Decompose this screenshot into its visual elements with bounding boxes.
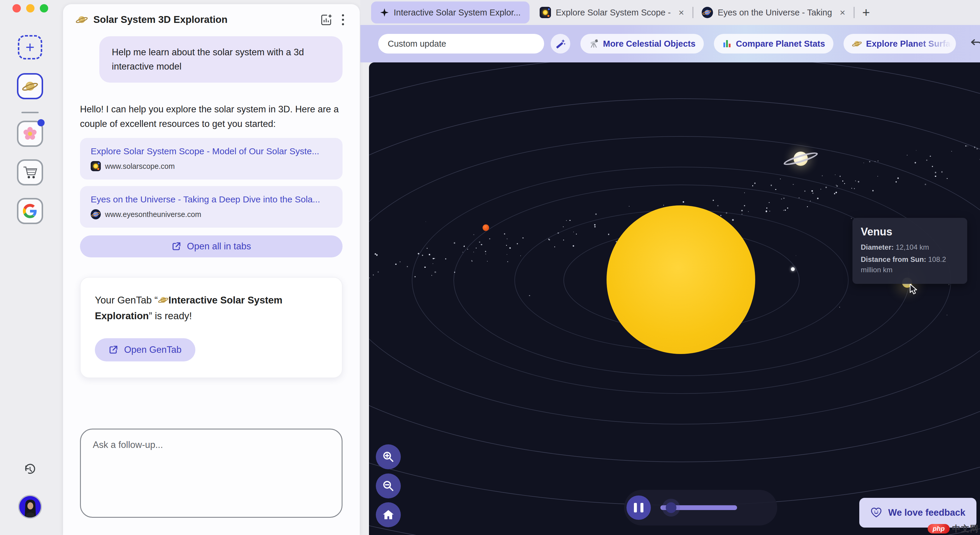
chat-menu-icon[interactable] [338,14,347,25]
new-space-button[interactable]: + [18,35,42,59]
star [872,190,874,191]
magic-wand-button[interactable] [550,34,570,54]
star [754,183,756,184]
user-avatar[interactable] [18,495,42,519]
chip-label: Compare Planet Stats [736,39,825,49]
star [951,151,952,152]
open-all-label: Open all in tabs [187,241,251,252]
close-tab-icon[interactable]: × [840,7,845,18]
star [896,181,897,183]
sparkle-icon [380,8,389,17]
zoom-in-button[interactable] [376,445,401,469]
star [732,219,733,221]
sidebar-item-google[interactable] [17,198,43,224]
user-message-bubble: Help me learn about the solar system wit… [99,36,342,83]
star [429,254,430,255]
heart-smile-icon [870,507,882,519]
watermark-text: 中文网 [952,523,979,534]
link-card-solarscope[interactable]: Explore Solar System Scope - Model of Ou… [80,138,342,179]
sidebar-item-shopping[interactable] [17,159,43,186]
open-gentab-label: Open GenTab [124,344,181,355]
star [509,247,511,249]
tooltip-row: Diameter: 12,104 km [861,242,959,252]
link-title[interactable]: Eyes on the Universe - Taking a Deep Div… [91,194,332,205]
history-icon[interactable] [24,463,37,476]
tab-separator [692,7,694,18]
sidebar-item-flower[interactable] [17,121,43,147]
external-link-icon [108,345,118,355]
open-gentab-button[interactable]: Open GenTab [95,338,195,362]
open-all-in-tabs-button[interactable]: Open all in tabs [80,235,342,257]
star [965,145,967,147]
star [506,245,507,246]
star [570,220,570,221]
sidebar-item-solar-system[interactable] [17,73,43,99]
zoom-out-button[interactable] [376,473,401,498]
zoom-window-button[interactable] [40,4,48,13]
assistant-message: Hello! I can help you explore the solar … [80,102,342,131]
star [489,238,490,239]
cherry-blossom-icon [22,126,38,141]
link-title[interactable]: Explore Solar System Scope - Model of Ou… [91,146,332,156]
star [851,218,852,219]
chip-more-celestial-objects[interactable]: More Celestial Objects [581,34,704,54]
star [854,188,854,189]
star [926,160,928,161]
undo-icon[interactable] [969,36,980,51]
star [433,258,434,259]
link-card-eyesontheuniverse[interactable]: Eyes on the Universe - Taking a Deep Div… [80,186,342,228]
planet-sun[interactable] [606,205,755,354]
tab-title: Explore Solar System Scope - [556,8,671,17]
star [780,179,781,179]
star [781,198,782,199]
star [770,211,770,211]
tab-eyes-on-universe[interactable]: Eyes on the Universe - Taking × [696,0,851,25]
eyesontheuniverse-favicon [91,209,101,219]
close-window-button[interactable] [13,4,21,13]
solar-system-canvas[interactable]: Venus Diameter: 12,104 km Distance from … [369,62,980,535]
star [473,234,474,235]
star [765,210,767,212]
home-view-button[interactable] [376,502,401,527]
playback-bar [624,490,777,525]
planet-saturn[interactable] [781,140,820,178]
google-logo-icon [23,204,37,218]
star [594,226,595,227]
followup-input[interactable] [80,429,342,518]
minimize-window-button[interactable] [26,4,35,13]
star [549,239,550,240]
planet-mars[interactable] [482,224,489,231]
new-tab-button[interactable]: + [862,6,870,19]
speed-slider[interactable] [660,505,737,510]
star [563,240,564,240]
star [422,255,423,256]
star [752,185,753,186]
tooltip-title: Venus [861,225,959,238]
tab-interactive-solar-system[interactable]: Interactive Solar System Explor... [371,2,530,24]
watermark-logo: php [928,524,950,533]
star [424,267,426,268]
link-url: www.eyesontheuniverse.com [105,210,201,219]
star [376,254,378,256]
custom-update-input[interactable] [378,34,544,54]
window-controls [13,4,48,13]
close-tab-icon[interactable]: × [679,7,684,18]
tab-separator [854,7,854,18]
tab-solar-system-scope[interactable]: Explore Solar System Scope - × [534,0,690,25]
gentab-panel-icon[interactable] [319,13,333,27]
star [785,210,786,211]
star [941,171,943,172]
star [840,176,840,176]
chat-title: Solar System 3D Exploration [93,14,228,25]
chip-compare-planet-stats[interactable]: Compare Planet Stats [714,34,834,54]
planet-mercury[interactable] [791,267,795,271]
slider-thumb[interactable] [666,502,676,513]
saturn-emoji-icon [852,39,862,49]
pause-button[interactable] [627,495,651,520]
tab-title: Interactive Solar System Explor... [394,8,520,17]
star [766,208,767,209]
star [566,220,567,221]
star [454,271,455,273]
chip-explore-planet-surfaces[interactable]: Explore Planet Surfac [843,34,956,54]
star [434,271,436,273]
